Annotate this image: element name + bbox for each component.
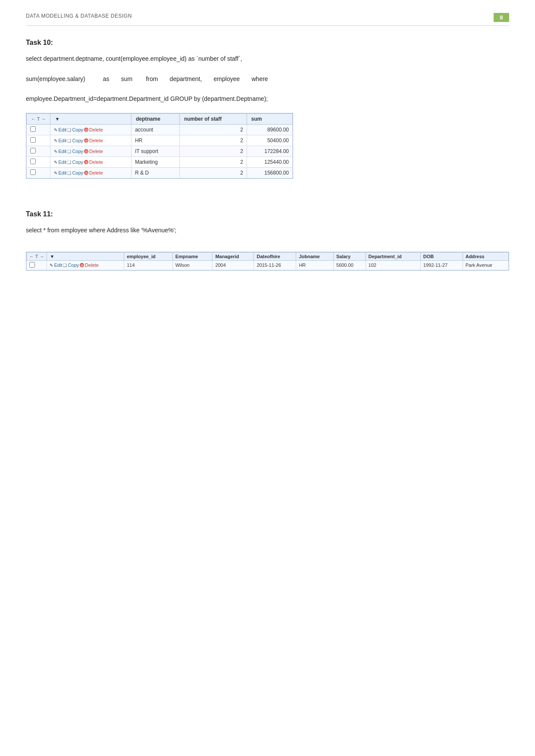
actions-cell: ✎Edit ❑Copy ⊖Delete bbox=[50, 168, 131, 178]
delete-button[interactable]: Delete bbox=[89, 159, 103, 165]
delete-icon: ⊖ bbox=[84, 149, 88, 153]
row-checkbox[interactable] bbox=[30, 126, 36, 132]
task11-title: Task 11: bbox=[26, 210, 509, 218]
sum-cell: 125440.00 bbox=[247, 157, 292, 168]
row-checkbox[interactable] bbox=[30, 137, 36, 143]
edit-button[interactable]: Edit bbox=[54, 262, 62, 268]
row-checkbox[interactable] bbox=[30, 169, 36, 175]
edit-icon: ✎ bbox=[50, 263, 53, 268]
row-checkbox[interactable] bbox=[30, 148, 36, 153]
task11-section: Task 11: select * from employee where Ad… bbox=[26, 210, 509, 284]
task10-sql-line1: select department.deptname, count(employ… bbox=[26, 53, 509, 64]
table-row: ✎Edit ❑Copy ⊖Delete 114 Wilson 2004 2015… bbox=[27, 260, 509, 270]
deptname-cell: Marketing bbox=[131, 157, 180, 168]
copy-icon: ❑ bbox=[67, 128, 71, 132]
actions-cell: ✎Edit ❑Copy ⊖Delete bbox=[50, 135, 131, 146]
table-row: ✎Edit ❑Copy ⊖Delete account 2 89600.00 bbox=[27, 125, 293, 135]
edit-icon: ✎ bbox=[54, 138, 57, 143]
copy-icon: ❑ bbox=[67, 171, 71, 175]
task11-col-salary: Salary bbox=[334, 252, 366, 260]
delete-icon: ⊖ bbox=[84, 171, 88, 175]
delete-icon: ⊖ bbox=[80, 263, 84, 267]
copy-icon: ❑ bbox=[67, 160, 71, 165]
copy-icon: ❑ bbox=[67, 138, 71, 143]
delete-button[interactable]: Delete bbox=[89, 127, 103, 132]
actions-cell: ✎Edit ❑Copy ⊖Delete bbox=[50, 125, 131, 135]
checkbox-cell[interactable] bbox=[27, 157, 50, 168]
task11-col-filter[interactable]: ▼ bbox=[47, 252, 124, 260]
edit-button[interactable]: Edit bbox=[58, 159, 66, 165]
edit-button[interactable]: Edit bbox=[58, 170, 66, 175]
number-of-staff-cell: 2 bbox=[179, 146, 247, 157]
delete-button[interactable]: Delete bbox=[89, 138, 103, 143]
checkbox-cell[interactable] bbox=[27, 135, 50, 146]
delete-icon: ⊖ bbox=[84, 128, 88, 132]
salary-cell: 5600.00 bbox=[334, 260, 366, 270]
number-of-staff-cell: 2 bbox=[179, 125, 247, 135]
number-of-staff-cell: 2 bbox=[179, 135, 247, 146]
copy-button[interactable]: Copy bbox=[72, 159, 83, 165]
task10-sql-line1-text: select department.deptname, count(employ… bbox=[26, 55, 242, 62]
checkbox-cell[interactable] bbox=[27, 168, 50, 178]
number-of-staff-cell: 2 bbox=[179, 157, 247, 168]
checkbox-cell[interactable] bbox=[27, 260, 47, 270]
deptname-cell: R & D bbox=[131, 168, 180, 178]
department-id-cell: 102 bbox=[366, 260, 420, 270]
from-keyword: from bbox=[146, 75, 158, 82]
edit-icon: ✎ bbox=[54, 149, 57, 154]
nav-left-icon2: ← bbox=[29, 254, 34, 259]
copy-button[interactable]: Copy bbox=[72, 138, 83, 143]
task11-table-container: ← T → ▼ employee_id Empname Managerid Da… bbox=[26, 252, 509, 271]
delete-icon: ⊖ bbox=[84, 160, 88, 164]
copy-icon: ❑ bbox=[63, 263, 67, 268]
nav-t-icon: T bbox=[37, 116, 40, 122]
employee-id-cell: 114 bbox=[124, 260, 173, 270]
checkbox-cell[interactable] bbox=[27, 125, 50, 135]
sum-cell: 156800.00 bbox=[247, 168, 292, 178]
address-cell: Park Avenue bbox=[463, 260, 508, 270]
task10-table: ← T → ▼ deptname number of staff sum ✎Ed… bbox=[26, 113, 293, 178]
task10-table-container: ← T → ▼ deptname number of staff sum ✎Ed… bbox=[26, 113, 293, 179]
sum-cell: 89600.00 bbox=[247, 125, 292, 135]
task10-table-header-row: ← T → ▼ deptname number of staff sum bbox=[27, 114, 293, 125]
copy-icon: ❑ bbox=[67, 149, 71, 154]
checkbox-cell[interactable] bbox=[27, 146, 50, 157]
task11-col-department-id: Department_id bbox=[366, 252, 420, 260]
copy-button[interactable]: Copy bbox=[72, 127, 83, 132]
copy-button[interactable]: Copy bbox=[68, 262, 79, 268]
delete-button[interactable]: Delete bbox=[85, 262, 99, 268]
task10-col-sum: sum bbox=[247, 114, 292, 125]
edit-icon: ✎ bbox=[54, 171, 57, 175]
task11-col-dateofhire: Dateofhire bbox=[254, 252, 296, 260]
row-checkbox[interactable] bbox=[29, 262, 35, 268]
task10-col-number-of-staff: number of staff bbox=[179, 114, 247, 125]
row-checkbox[interactable] bbox=[30, 159, 36, 164]
actions-cell: ✎Edit ❑Copy ⊖Delete bbox=[50, 157, 131, 168]
delete-icon: ⊖ bbox=[84, 138, 88, 143]
page-number: 8 bbox=[494, 13, 509, 22]
task10-sql-line3: employee.Department_id=department.Depart… bbox=[26, 94, 509, 104]
task10-col-filter[interactable]: ▼ bbox=[50, 114, 131, 125]
delete-button[interactable]: Delete bbox=[89, 170, 103, 175]
task10-section: Task 10: select department.deptname, cou… bbox=[26, 39, 509, 193]
task11-table-header-row: ← T → ▼ employee_id Empname Managerid Da… bbox=[27, 252, 509, 260]
edit-button[interactable]: Edit bbox=[58, 149, 66, 154]
nav-left-icon: ← bbox=[31, 116, 36, 122]
task11-col-address: Address bbox=[463, 252, 508, 260]
deptname-cell: HR bbox=[131, 135, 180, 146]
edit-button[interactable]: Edit bbox=[58, 127, 66, 132]
task10-col-nav[interactable]: ← T → bbox=[27, 114, 50, 125]
task11-col-nav[interactable]: ← T → bbox=[27, 252, 47, 260]
copy-button[interactable]: Copy bbox=[72, 149, 83, 154]
table-row: ✎Edit ❑Copy ⊖Delete R & D 2 156800.00 bbox=[27, 168, 293, 178]
task11-col-dob: DOB bbox=[420, 252, 463, 260]
copy-button[interactable]: Copy bbox=[72, 170, 83, 175]
sum-cell: 50400.00 bbox=[247, 135, 292, 146]
edit-button[interactable]: Edit bbox=[58, 138, 66, 143]
task11-col-employee-id: employee_id bbox=[124, 252, 173, 260]
delete-button[interactable]: Delete bbox=[89, 149, 103, 154]
task11-col-empname: Empname bbox=[172, 252, 213, 260]
task11-table: ← T → ▼ employee_id Empname Managerid Da… bbox=[26, 252, 509, 270]
page-header: DATA MODELLING & DATABASE DESIGN 8 bbox=[26, 13, 509, 26]
actions-cell: ✎Edit ❑Copy ⊖Delete bbox=[47, 260, 124, 270]
